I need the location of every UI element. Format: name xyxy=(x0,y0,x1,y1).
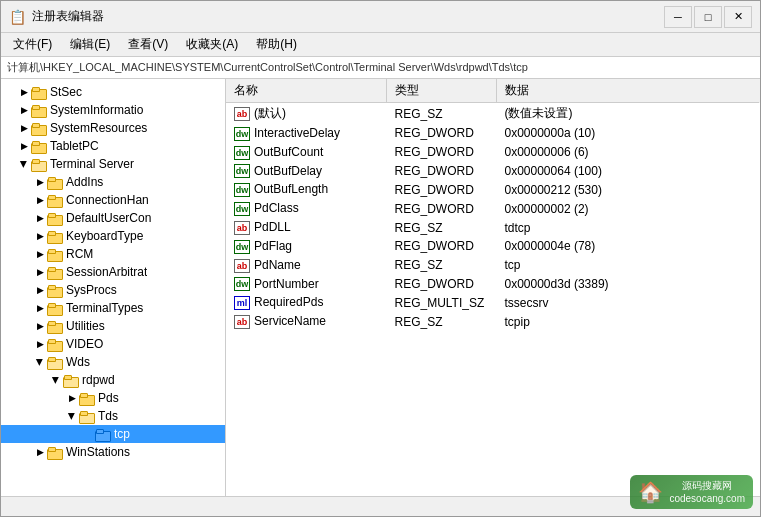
folder-icon xyxy=(47,284,63,296)
table-row[interactable]: dwOutBufDelayREG_DWORD0x00000064 (100) xyxy=(226,162,760,181)
registry-detail-pane: 名称 类型 数据 ab(默认)REG_SZ(数值未设置)dwInteractiv… xyxy=(226,79,760,496)
expand-arrow: ▶ xyxy=(17,123,31,133)
reg-data-cell: 0x0000004e (78) xyxy=(496,237,760,256)
table-row[interactable]: dwPdClassREG_DWORD0x00000002 (2) xyxy=(226,199,760,218)
tree-item-pds[interactable]: ▶ Pds xyxy=(1,389,225,407)
wm-line1: 源码搜藏网 xyxy=(669,479,745,492)
expand-arrow: ▶ xyxy=(67,409,77,423)
reg-type-icon: ab xyxy=(234,107,250,121)
menu-edit[interactable]: 编辑(E) xyxy=(62,34,118,55)
reg-type-icon: dw xyxy=(234,164,250,178)
expand-arrow: ▶ xyxy=(51,373,61,387)
window-title: 注册表编辑器 xyxy=(32,8,104,25)
tree-item-keyType[interactable]: ▶ KeyboardType xyxy=(1,227,225,245)
menu-file[interactable]: 文件(F) xyxy=(5,34,60,55)
reg-type-icon: dw xyxy=(234,202,250,216)
folder-icon xyxy=(47,176,63,188)
reg-data-cell: tssecsrv xyxy=(496,293,760,312)
reg-type-icon: dw xyxy=(234,127,250,141)
folder-icon xyxy=(47,338,63,350)
expand-arrow: ▶ xyxy=(65,393,79,403)
tree-item-addIns[interactable]: ▶ AddIns xyxy=(1,173,225,191)
table-row[interactable]: ab(默认)REG_SZ(数值未设置) xyxy=(226,103,760,125)
reg-data-cell: 0x00000064 (100) xyxy=(496,162,760,181)
reg-data-cell: (数值未设置) xyxy=(496,103,760,125)
table-row[interactable]: dwOutBufLengthREG_DWORD0x00000212 (530) xyxy=(226,180,760,199)
tree-item-rcm[interactable]: ▶ RCM xyxy=(1,245,225,263)
reg-data-cell: 0x00000d3d (3389) xyxy=(496,275,760,294)
col-name-header[interactable]: 名称 xyxy=(226,79,386,103)
table-row[interactable]: abServiceNameREG_SZtcpip xyxy=(226,312,760,331)
reg-type-cell: REG_SZ xyxy=(386,312,496,331)
minimize-button[interactable]: ─ xyxy=(664,6,692,28)
reg-name-label: PdDLL xyxy=(254,220,291,234)
reg-type-cell: REG_DWORD xyxy=(386,199,496,218)
close-button[interactable]: ✕ xyxy=(724,6,752,28)
reg-name-label: InteractiveDelay xyxy=(254,126,340,140)
reg-type-icon: ab xyxy=(234,221,250,235)
reg-name-cell: dwOutBufLength xyxy=(226,180,386,199)
folder-icon xyxy=(47,356,63,368)
reg-name-cell: abPdName xyxy=(226,256,386,275)
tree-item-winStations[interactable]: ▶ WinStations xyxy=(1,443,225,461)
expand-arrow: ▶ xyxy=(19,157,29,171)
title-left: 📋 注册表编辑器 xyxy=(9,8,104,25)
tree-item-utilities[interactable]: ▶ Utilities xyxy=(1,317,225,335)
menu-favorites[interactable]: 收藏夹(A) xyxy=(178,34,246,55)
reg-type-cell: REG_DWORD xyxy=(386,162,496,181)
tree-item-sessArb[interactable]: ▶ SessionArbitrat xyxy=(1,263,225,281)
tree-item-wds[interactable]: ▶ Wds xyxy=(1,353,225,371)
expand-arrow: ▶ xyxy=(33,267,47,277)
reg-type-icon: ab xyxy=(234,259,250,273)
expand-arrow: ▶ xyxy=(33,213,47,223)
reg-name-cell: ab(默认) xyxy=(226,103,386,125)
tree-item-tds[interactable]: ▶ Tds xyxy=(1,407,225,425)
table-row[interactable]: dwOutBufCountREG_DWORD0x00000006 (6) xyxy=(226,143,760,162)
tree-item-rdpwd[interactable]: ▶ rdpwd xyxy=(1,371,225,389)
expand-arrow: ▶ xyxy=(17,87,31,97)
expand-arrow: ▶ xyxy=(33,303,47,313)
table-row[interactable]: mlRequiredPdsREG_MULTI_SZtssecsrv xyxy=(226,293,760,312)
expand-arrow: ▶ xyxy=(33,249,47,259)
registry-editor-window: 📋 注册表编辑器 ─ □ ✕ 文件(F) 编辑(E) 查看(V) 收藏夹(A) … xyxy=(0,0,761,517)
folder-icon xyxy=(47,194,63,206)
folder-icon xyxy=(47,266,63,278)
tree-label: rdpwd xyxy=(82,373,115,387)
reg-data-cell: 0x0000000a (10) xyxy=(496,124,760,143)
table-row[interactable]: dwPdFlagREG_DWORD0x0000004e (78) xyxy=(226,237,760,256)
reg-data-cell: tcp xyxy=(496,256,760,275)
expand-arrow: ▶ xyxy=(33,447,47,457)
tree-label: StSec xyxy=(50,85,82,99)
registry-table: 名称 类型 数据 ab(默认)REG_SZ(数值未设置)dwInteractiv… xyxy=(226,79,760,331)
reg-name-label: RequiredPds xyxy=(254,295,323,309)
col-type-header[interactable]: 类型 xyxy=(386,79,496,103)
table-row[interactable]: abPdDLLREG_SZtdtcp xyxy=(226,218,760,237)
table-row[interactable]: dwPortNumberREG_DWORD0x00000d3d (3389) xyxy=(226,275,760,294)
folder-icon xyxy=(47,320,63,332)
reg-name-cell: dwPdFlag xyxy=(226,237,386,256)
maximize-button[interactable]: □ xyxy=(694,6,722,28)
tree-label: VIDEO xyxy=(66,337,103,351)
tree-item-defUser[interactable]: ▶ DefaultUserCon xyxy=(1,209,225,227)
tree-label: DefaultUserCon xyxy=(66,211,151,225)
reg-name-cell: dwOutBufDelay xyxy=(226,162,386,181)
menu-view[interactable]: 查看(V) xyxy=(120,34,176,55)
reg-name-cell: dwPortNumber xyxy=(226,275,386,294)
tree-item-termServer[interactable]: ▶ Terminal Server xyxy=(1,155,225,173)
tree-item-stSec[interactable]: ▶ StSec xyxy=(1,83,225,101)
table-row[interactable]: dwInteractiveDelayREG_DWORD0x0000000a (1… xyxy=(226,124,760,143)
tree-item-sysInfo[interactable]: ▶ SystemInformatio xyxy=(1,101,225,119)
tree-item-tcp[interactable]: tcp xyxy=(1,425,225,443)
table-row[interactable]: abPdNameREG_SZtcp xyxy=(226,256,760,275)
tree-item-tabletpc[interactable]: ▶ TabletPC xyxy=(1,137,225,155)
col-data-header[interactable]: 数据 xyxy=(496,79,760,103)
tree-item-termTypes[interactable]: ▶ TerminalTypes xyxy=(1,299,225,317)
tree-label: Tds xyxy=(98,409,118,423)
menu-help[interactable]: 帮助(H) xyxy=(248,34,305,55)
registry-tree-pane[interactable]: ▶ StSec ▶ SystemInformatio ▶ SystemResou… xyxy=(1,79,226,496)
tree-item-sysRes[interactable]: ▶ SystemResources xyxy=(1,119,225,137)
tree-item-connHan[interactable]: ▶ ConnectionHan xyxy=(1,191,225,209)
folder-icon xyxy=(95,428,111,440)
tree-item-sysProcs[interactable]: ▶ SysProcs xyxy=(1,281,225,299)
tree-item-video[interactable]: ▶ VIDEO xyxy=(1,335,225,353)
